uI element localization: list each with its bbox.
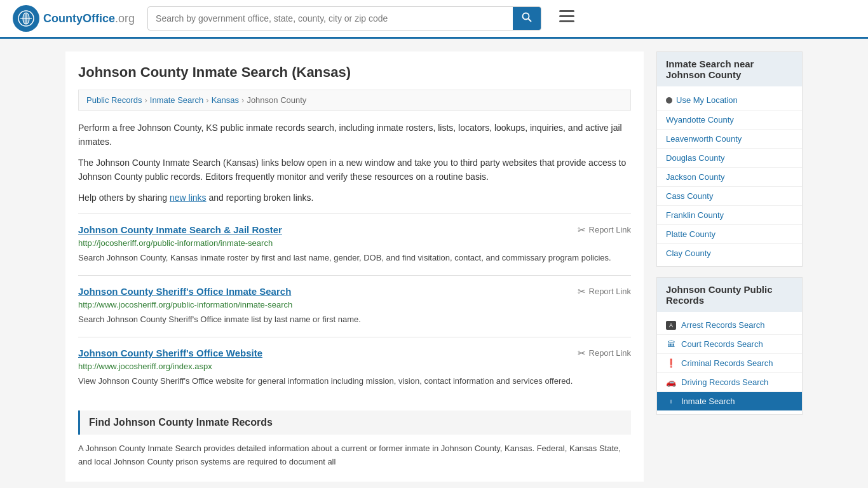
breadcrumb-public-records[interactable]: Public Records xyxy=(86,95,142,105)
report-link-btn-2[interactable]: ✂ Report Link xyxy=(578,348,631,359)
result-title-0[interactable]: Johnson County Inmate Search & Jail Rost… xyxy=(78,224,282,235)
report-link-btn-1[interactable]: ✂ Report Link xyxy=(578,286,631,297)
public-records-label-3: Driving Records Search xyxy=(681,377,768,387)
site-header: CountyOffice.org xyxy=(0,0,868,39)
public-records-link-3[interactable]: 🚗Driving Records Search xyxy=(657,373,802,392)
nearby-section: Inmate Search near Johnson County Use My… xyxy=(656,51,803,267)
nearby-county-6[interactable]: Platte County xyxy=(657,225,802,244)
report-icon-2: ✂ xyxy=(578,348,586,359)
public-records-links: AArrest Records Search🏛Court Records Sea… xyxy=(657,312,802,414)
sidebar: Inmate Search near Johnson County Use My… xyxy=(656,51,803,482)
section-description: A Johnson County Inmate Search provides … xyxy=(78,442,631,469)
public-records-title: Johnson County Public Records xyxy=(657,278,802,312)
nearby-county-7[interactable]: Clay County xyxy=(657,244,802,262)
logo-link[interactable]: CountyOffice.org xyxy=(13,5,135,32)
report-icon-1: ✂ xyxy=(578,286,586,297)
location-icon xyxy=(666,97,672,104)
result-header-2: Johnson County Sheriff's Office Website … xyxy=(78,348,631,359)
nearby-county-1[interactable]: Leavenworth County xyxy=(657,130,802,149)
court-icon: 🏛 xyxy=(666,340,676,349)
svg-point-4 xyxy=(523,13,529,20)
result-header-1: Johnson County Sheriff's Office Inmate S… xyxy=(78,286,631,297)
page-container: Johnson County Inmate Search (Kansas) Pu… xyxy=(53,39,815,488)
result-url-1[interactable]: http://www.jocosheriff.org/public-inform… xyxy=(78,300,631,309)
nearby-section-title: Inmate Search near Johnson County xyxy=(657,52,802,86)
menu-button[interactable] xyxy=(554,8,580,29)
result-card-2: Johnson County Sheriff's Office Website … xyxy=(78,337,631,398)
nearby-county-3[interactable]: Jackson County xyxy=(657,168,802,187)
public-records-link-2[interactable]: ❗Criminal Records Search xyxy=(657,354,802,373)
breadcrumb-inmate-search[interactable]: Inmate Search xyxy=(150,95,204,105)
public-records-label-0: Arrest Records Search xyxy=(681,320,765,330)
report-link-btn-0[interactable]: ✂ Report Link xyxy=(578,224,631,236)
result-url-2[interactable]: http://www.jocosheriff.org/index.aspx xyxy=(78,362,631,371)
result-card-0: Johnson County Inmate Search & Jail Rost… xyxy=(78,214,631,275)
result-header-0: Johnson County Inmate Search & Jail Rost… xyxy=(78,224,631,236)
description-3: Help others by sharing new links and rep… xyxy=(78,191,631,205)
result-desc-1: Search Johnson County Sheriff's Office i… xyxy=(78,313,631,327)
breadcrumb: Public Records › Inmate Search › Kansas … xyxy=(78,90,631,111)
logo-icon xyxy=(13,5,39,32)
description-2: The Johnson County Inmate Search (Kansas… xyxy=(78,156,631,184)
result-card-1: Johnson County Sheriff's Office Inmate S… xyxy=(78,275,631,337)
search-button[interactable] xyxy=(513,7,541,30)
public-records-link-4[interactable]: IInmate Search xyxy=(657,392,802,410)
result-desc-2: View Johnson County Sheriff's Office web… xyxy=(78,375,631,388)
breadcrumb-current: Johnson County xyxy=(247,95,306,105)
public-records-section: Johnson County Public Records AArrest Re… xyxy=(656,277,803,415)
public-records-link-0[interactable]: AArrest Records Search xyxy=(657,316,802,335)
public-records-label-1: Court Records Search xyxy=(681,339,763,349)
description-1: Perform a free Johnson County, KS public… xyxy=(78,121,631,149)
nearby-county-4[interactable]: Cass County xyxy=(657,187,802,206)
section-heading: Find Johnson County Inmate Records xyxy=(78,410,631,435)
nearby-links: Use My Location Wyandotte CountyLeavenwo… xyxy=(657,86,802,266)
results-list: Johnson County Inmate Search & Jail Rost… xyxy=(78,214,631,398)
nearby-county-2[interactable]: Douglas County xyxy=(657,149,802,168)
nearby-county-0[interactable]: Wyandotte County xyxy=(657,111,802,130)
result-title-2[interactable]: Johnson County Sheriff's Office Website xyxy=(78,348,262,358)
use-location-link[interactable]: Use My Location xyxy=(657,90,802,111)
result-desc-0: Search Johnson County, Kansas inmate ros… xyxy=(78,252,631,265)
logo-text: CountyOffice.org xyxy=(43,12,135,25)
criminal-icon: ❗ xyxy=(666,359,676,368)
result-url-0[interactable]: http://jocosheriff.org/public-informatio… xyxy=(78,238,631,248)
page-title: Johnson County Inmate Search (Kansas) xyxy=(78,64,631,81)
main-content: Johnson County Inmate Search (Kansas) Pu… xyxy=(65,51,644,482)
nearby-county-5[interactable]: Franklin County xyxy=(657,206,802,225)
svg-rect-8 xyxy=(559,20,574,22)
search-input[interactable] xyxy=(148,8,513,29)
search-bar xyxy=(147,6,541,30)
svg-rect-7 xyxy=(559,15,574,17)
driving-icon: 🚗 xyxy=(666,378,676,387)
description-block: Perform a free Johnson County, KS public… xyxy=(78,121,631,205)
public-records-label-2: Criminal Records Search xyxy=(681,358,773,368)
result-title-1[interactable]: Johnson County Sheriff's Office Inmate S… xyxy=(78,286,291,297)
breadcrumb-kansas[interactable]: Kansas xyxy=(212,95,239,105)
public-records-label-4: Inmate Search xyxy=(681,396,735,406)
svg-rect-6 xyxy=(559,10,574,12)
report-icon-0: ✂ xyxy=(578,224,586,236)
inmate-icon: I xyxy=(666,397,676,406)
svg-line-5 xyxy=(529,19,532,22)
new-links-link[interactable]: new links xyxy=(170,193,207,203)
arrest-icon: A xyxy=(666,321,676,330)
public-records-link-1[interactable]: 🏛Court Records Search xyxy=(657,335,802,354)
